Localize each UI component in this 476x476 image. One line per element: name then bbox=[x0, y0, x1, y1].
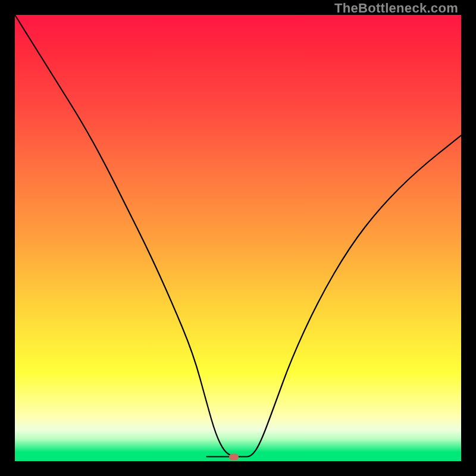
bottleneck-curve bbox=[15, 15, 461, 461]
optimal-point-marker bbox=[229, 453, 239, 460]
watermark-text: TheBottleneck.com bbox=[334, 1, 458, 16]
